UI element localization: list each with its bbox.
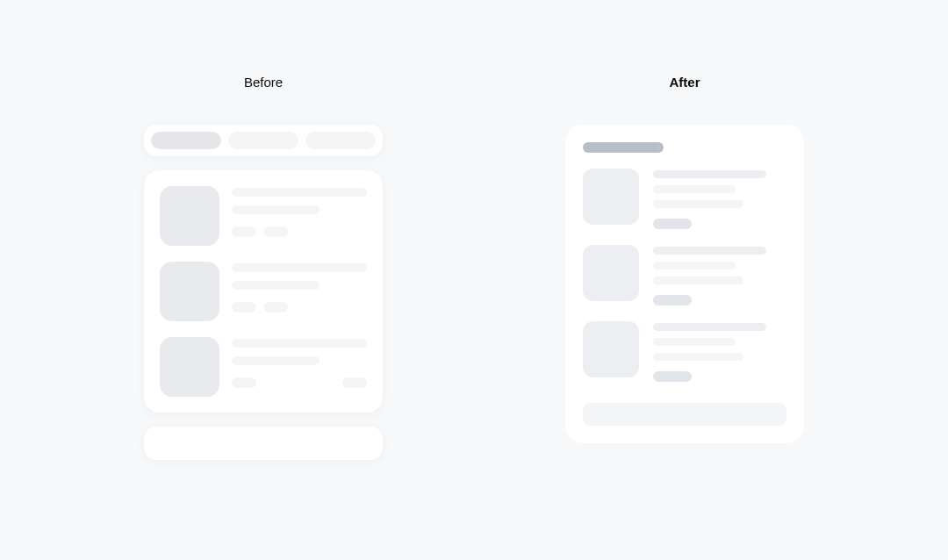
tabs-card — [144, 125, 383, 156]
after-label: After — [669, 75, 700, 90]
action-chip — [653, 295, 692, 305]
list-row — [583, 321, 786, 382]
tab-pill — [228, 132, 298, 149]
action-chip — [653, 219, 692, 229]
thumbnail-placeholder — [160, 186, 219, 246]
before-label: Before — [244, 75, 283, 90]
footer-bar — [583, 403, 786, 426]
tab-pill-active — [151, 132, 221, 149]
list-row — [160, 186, 367, 246]
before-mockup — [144, 125, 383, 460]
action-chip — [653, 371, 692, 382]
list-row — [583, 169, 786, 229]
after-mockup — [565, 125, 804, 443]
list-row — [160, 337, 367, 397]
before-list-card — [144, 170, 383, 413]
thumbnail-placeholder — [160, 262, 219, 321]
list-row — [583, 245, 786, 305]
thumbnail-placeholder — [583, 321, 639, 377]
list-row — [160, 262, 367, 321]
thumbnail-placeholder — [160, 337, 219, 397]
tab-pill — [305, 132, 376, 149]
thumbnail-placeholder — [583, 245, 639, 301]
thumbnail-placeholder — [583, 169, 639, 225]
before-footer-card — [144, 427, 383, 460]
header-chip — [583, 142, 664, 153]
